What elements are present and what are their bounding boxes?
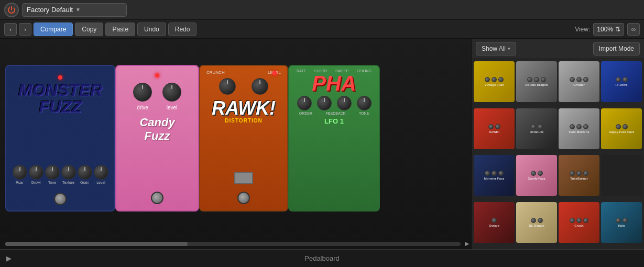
grid-pedal-dr-octave[interactable]: Dr. Octave	[516, 202, 557, 243]
grid-pedal-rawk[interactable]: RAWK!	[474, 108, 515, 149]
phaser-knobs	[297, 96, 372, 110]
grid-pedal-octafuzz[interactable]: OctaFuzz	[516, 108, 557, 149]
tone-knob[interactable]	[45, 165, 60, 180]
grid-pedal-candy-fuzz[interactable]: Candy Fuzz	[516, 155, 557, 196]
show-all-arrow-icon: ▾	[508, 46, 510, 51]
rawk-top-labels: CRUNCH LEVEL	[204, 70, 283, 75]
grain-knob[interactable]	[78, 165, 92, 180]
grid-pedal-empty	[601, 155, 642, 196]
phaser-ceiling-knob[interactable]	[357, 96, 372, 110]
pedal-grid: Vintage Fuzz Double Dragon Grinder Hi-Dr…	[472, 59, 644, 249]
import-mode-label: Import Mode	[599, 45, 634, 52]
knob-grain: Grain	[78, 165, 92, 184]
import-mode-button[interactable]: Import Mode	[593, 42, 640, 55]
redo-button[interactable]: Redo	[168, 23, 197, 36]
candy-fuzz-footswitch[interactable]	[151, 192, 163, 204]
pedal-monster-fuzz[interactable]: MONSTERFUZZ Roar Growl Tone	[5, 65, 115, 212]
pedal-candy-fuzz[interactable]: drive level CandyFuzz	[115, 65, 199, 212]
copy-button[interactable]: Copy	[75, 23, 103, 36]
grid-pedal-halo[interactable]: Halo	[601, 202, 642, 243]
toolbar: ‹ › Compare Copy Paste Undo Redo View: 1…	[0, 20, 644, 39]
grid-pedal-octave[interactable]: Octave	[474, 202, 515, 243]
top-bar: Factory Default ▼	[0, 0, 644, 20]
view-zoom-value: 100%	[597, 26, 613, 33]
phaser-title: PHA	[312, 73, 356, 94]
link-button[interactable]: ∞	[627, 23, 640, 36]
rawk-knobs	[219, 78, 268, 95]
monster-fuzz-title: MONSTERFUZZ	[6, 82, 114, 115]
candy-fuzz-led	[155, 73, 159, 77]
scroll-right-arrow-icon[interactable]: ▶	[465, 240, 469, 247]
grid-pedal-vintage-fuzz[interactable]: Vintage Fuzz	[474, 61, 515, 102]
knob-texture: Texture	[61, 165, 76, 184]
show-all-label: Show All	[482, 45, 506, 52]
rawk-led	[272, 71, 277, 75]
show-all-button[interactable]: Show All ▾	[476, 42, 516, 55]
phaser-floor-knob[interactable]	[317, 96, 332, 110]
grid-pedal-happy-face-fuzz[interactable]: Happy Face Fuzz	[601, 108, 642, 149]
view-label: View:	[575, 26, 590, 33]
monster-fuzz-led	[58, 75, 62, 80]
monster-fuzz-footswitch[interactable]	[54, 193, 67, 205]
rawk-footswitch[interactable]	[237, 192, 250, 204]
level-knob[interactable]	[94, 165, 108, 180]
view-control: View: 100% ⇅ ∞	[575, 23, 640, 36]
preset-name: Factory Default	[27, 6, 73, 14]
knob-roar: Roar	[13, 165, 27, 184]
grid-pedal-crush[interactable]: Crush	[559, 202, 599, 243]
grid-pedal-monster-fuzz[interactable]: Monster Fuzz	[474, 155, 515, 196]
grid-pedal-hi-drive[interactable]: Hi-Drive	[601, 61, 642, 102]
rawk-switch[interactable]	[234, 172, 253, 184]
view-zoom-dropdown[interactable]: 100% ⇅	[593, 23, 624, 36]
rawk-crunch-knob[interactable]	[219, 78, 236, 95]
undo-button[interactable]: Undo	[137, 23, 166, 36]
candy-fuzz-knobs: drive level	[133, 83, 181, 110]
grid-pedal-fuzz-machine[interactable]: Fuzz Machine	[559, 108, 599, 149]
right-panel-header: Show All ▾ Import Mode	[472, 39, 644, 59]
phaser-bottom-labels: ORDER FEEDBACK TONE	[292, 112, 376, 115]
knob-growl: Growl	[29, 165, 43, 184]
rawk-logo: RAWK! DISTORTION	[212, 99, 276, 124]
candy-level-knob[interactable]	[162, 83, 181, 102]
roar-knob[interactable]	[13, 165, 27, 180]
main-content: MONSTERFUZZ Roar Growl Tone	[0, 39, 644, 249]
pedalboard-scrollbar-thumb[interactable]	[5, 242, 188, 246]
grid-pedal-double-dragon[interactable]: Double Dragon	[516, 61, 557, 102]
growl-knob[interactable]	[29, 165, 43, 180]
link-icon: ∞	[631, 26, 636, 33]
play-button-icon[interactable]: ▶	[6, 254, 12, 262]
nav-forward-button[interactable]: ›	[19, 23, 31, 36]
right-panel: Show All ▾ Import Mode Vintage Fuzz Doub…	[471, 39, 644, 249]
paste-button[interactable]: Paste	[105, 23, 135, 36]
pedal-phaser[interactable]: RATE FLOOR SWEEP CEILING PHA ORDER FEEDB…	[288, 65, 380, 212]
pedalboard-scrollbar[interactable]	[5, 242, 461, 246]
dropdown-arrow-icon: ▼	[75, 7, 122, 13]
pedal-rawk[interactable]: CRUNCH LEVEL RAWK! DISTORTION	[199, 65, 288, 212]
phaser-rate-knob[interactable]	[297, 96, 312, 110]
monster-fuzz-knobs: Roar Growl Tone Texture	[6, 165, 114, 184]
power-button[interactable]	[4, 3, 19, 17]
zoom-arrows-icon: ⇅	[615, 26, 620, 33]
phaser-sweep-knob[interactable]	[337, 96, 352, 110]
preset-dropdown[interactable]: Factory Default ▼	[22, 3, 127, 17]
phaser-sub-label: LFO 1	[324, 117, 344, 125]
pedalboard-area: MONSTERFUZZ Roar Growl Tone	[0, 39, 471, 249]
candy-fuzz-title: CandyFuzz	[139, 116, 174, 143]
bottom-bar-label: Pedalboard	[304, 254, 340, 262]
bottom-bar: ▶ Pedalboard	[0, 249, 644, 267]
grid-pedal-grinder[interactable]: Grinder	[559, 61, 599, 102]
pedalboard-canvas: MONSTERFUZZ Roar Growl Tone	[0, 39, 471, 249]
grid-pedal-tube-burner[interactable]: TubeBurner	[559, 155, 599, 196]
nav-back-button[interactable]: ‹	[4, 23, 17, 36]
compare-button[interactable]: Compare	[34, 23, 73, 36]
texture-knob[interactable]	[61, 165, 76, 180]
rawk-level-knob[interactable]	[252, 78, 268, 95]
knob-level: Level	[94, 165, 108, 184]
candy-drive-knob[interactable]	[133, 83, 152, 102]
knob-tone: Tone	[45, 165, 60, 184]
